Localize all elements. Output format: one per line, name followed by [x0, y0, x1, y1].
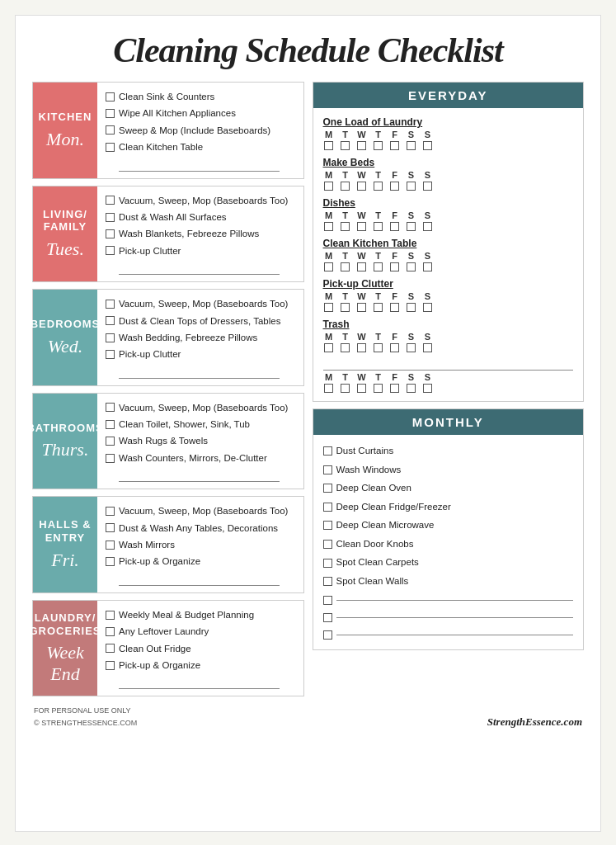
task-checkbox[interactable] [106, 661, 115, 670]
day-checkbox[interactable] [324, 384, 333, 393]
day-checkbox[interactable] [374, 141, 383, 150]
task-checkbox[interactable] [106, 507, 115, 516]
task-checkbox[interactable] [106, 403, 115, 412]
day-checkbox[interactable] [423, 222, 432, 231]
task-item: Pick-up & Organize [106, 658, 295, 673]
monthly-blank-checkbox[interactable] [323, 630, 332, 640]
task-checkbox[interactable] [106, 143, 115, 152]
day-checkbox[interactable] [324, 343, 333, 352]
task-text: Pick-up & Organize [119, 554, 200, 569]
day-letter: F [389, 210, 401, 220]
task-checkbox[interactable] [106, 420, 115, 429]
day-checkbox[interactable] [407, 182, 416, 191]
day-checkbox[interactable] [324, 262, 333, 271]
task-checkbox[interactable] [106, 437, 115, 446]
day-pair: M [323, 170, 335, 191]
day-checkbox[interactable] [390, 222, 399, 231]
task-checkbox[interactable] [106, 523, 115, 532]
day-checkbox[interactable] [357, 384, 366, 393]
day-checkbox[interactable] [407, 303, 416, 312]
day-checkbox[interactable] [341, 141, 350, 150]
task-checkbox[interactable] [106, 627, 115, 636]
day-checkbox[interactable] [423, 303, 432, 312]
day-checkbox[interactable] [374, 343, 383, 352]
day-checkbox[interactable] [324, 303, 333, 312]
day-checkbox[interactable] [374, 384, 383, 393]
monthly-item-text: Deep Clean Oven [336, 480, 411, 497]
day-checkbox[interactable] [390, 182, 399, 191]
day-name-laundry: LAUNDRY/ GROCERIES [30, 611, 101, 637]
day-checkbox[interactable] [357, 141, 366, 150]
day-checkbox[interactable] [357, 182, 366, 191]
day-checkbox[interactable] [407, 343, 416, 352]
day-checkbox[interactable] [374, 222, 383, 231]
day-checkbox[interactable] [341, 384, 350, 393]
day-letter: W [356, 291, 368, 301]
task-checkbox[interactable] [106, 125, 115, 135]
monthly-checkbox[interactable] [323, 484, 332, 493]
day-checkbox[interactable] [423, 182, 432, 191]
task-checkbox[interactable] [106, 454, 115, 463]
day-checkbox[interactable] [374, 262, 383, 271]
day-checkbox[interactable] [390, 262, 399, 271]
monthly-checkbox[interactable] [323, 503, 332, 512]
task-checkbox[interactable] [106, 92, 115, 101]
days-row: MTWTFSS [323, 130, 574, 150]
day-checkbox[interactable] [407, 222, 416, 231]
task-checkbox[interactable] [106, 333, 115, 342]
day-checkbox[interactable] [407, 262, 416, 271]
day-checkbox[interactable] [407, 141, 416, 150]
task-checkbox[interactable] [106, 109, 115, 118]
monthly-checkbox[interactable] [323, 521, 332, 530]
task-checkbox[interactable] [106, 611, 115, 620]
task-checkbox[interactable] [106, 557, 115, 566]
day-checkbox[interactable] [324, 222, 333, 231]
monthly-item-text: Deep Clean Microwave [336, 517, 435, 534]
task-checkbox[interactable] [106, 316, 115, 325]
day-checkbox[interactable] [341, 222, 350, 231]
day-checkbox[interactable] [423, 262, 432, 271]
day-checkbox[interactable] [341, 182, 350, 191]
monthly-checkbox[interactable] [323, 465, 332, 474]
task-checkbox[interactable] [106, 644, 115, 653]
day-checkbox[interactable] [390, 303, 399, 312]
task-checkbox[interactable] [106, 246, 115, 255]
monthly-checkbox[interactable] [323, 559, 332, 568]
tasks-living: Vacuum, Sweep, Mop (Baseboards Too)Dust … [97, 186, 303, 282]
task-text: Wipe All Kitchen Appliances [119, 106, 236, 120]
monthly-checkbox[interactable] [323, 577, 332, 586]
day-checkbox[interactable] [341, 262, 350, 271]
day-checkbox[interactable] [407, 384, 416, 393]
monthly-checkbox[interactable] [323, 540, 332, 549]
day-checkbox[interactable] [324, 182, 333, 191]
monthly-item-text: Clean Door Knobs [336, 536, 414, 553]
monthly-checkbox[interactable] [323, 446, 332, 456]
day-checkbox[interactable] [390, 343, 399, 352]
task-checkbox[interactable] [106, 300, 115, 309]
monthly-blank-checkbox[interactable] [323, 596, 332, 605]
task-checkbox[interactable] [106, 541, 115, 550]
day-checkbox[interactable] [374, 303, 383, 312]
day-checkbox[interactable] [357, 303, 366, 312]
day-checkbox[interactable] [341, 303, 350, 312]
day-checkbox[interactable] [341, 343, 350, 352]
day-name-bedrooms: BEDROOMS [31, 318, 101, 331]
day-checkbox[interactable] [390, 384, 399, 393]
day-checkbox[interactable] [357, 343, 366, 352]
day-checkbox[interactable] [374, 182, 383, 191]
monthly-blank-checkbox[interactable] [323, 613, 332, 622]
day-checkbox[interactable] [423, 343, 432, 352]
day-checkbox[interactable] [423, 384, 432, 393]
day-checkbox[interactable] [357, 262, 366, 271]
day-checkbox[interactable] [390, 141, 399, 150]
day-checkbox[interactable] [324, 141, 333, 150]
day-checkbox[interactable] [357, 222, 366, 231]
task-checkbox[interactable] [106, 350, 115, 359]
task-checkbox[interactable] [106, 196, 115, 205]
task-item: Vacuum, Sweep, Mop (Baseboards Too) [106, 503, 295, 518]
day-checkbox[interactable] [423, 141, 432, 150]
task-checkbox[interactable] [106, 229, 115, 238]
section-bedrooms: BEDROOMSWed.Vacuum, Sweep, Mop (Baseboar… [32, 289, 304, 386]
day-pair: T [373, 130, 384, 150]
task-checkbox[interactable] [106, 213, 115, 222]
